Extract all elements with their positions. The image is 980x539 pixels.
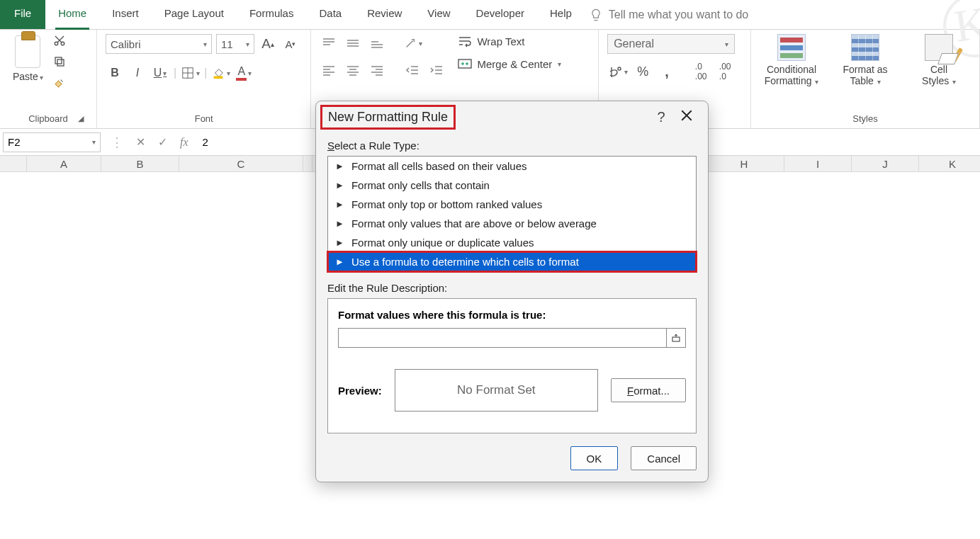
- name-box-value: F2: [8, 136, 21, 148]
- fill-color-button[interactable]: ▾: [211, 64, 230, 82]
- rule-type-item-selected[interactable]: ►Use a formula to determine which cells …: [328, 252, 696, 271]
- svg-rect-2: [57, 59, 64, 66]
- new-formatting-rule-dialog: New Formatting Rule ? Select a Rule Type…: [315, 101, 709, 482]
- paste-button[interactable]: Paste▾: [9, 34, 47, 84]
- align-center-icon[interactable]: [344, 61, 362, 79]
- rule-type-list[interactable]: ►Format all cells based on their values …: [327, 156, 697, 272]
- preview-box: No Format Set: [395, 369, 598, 412]
- italic-button[interactable]: I: [128, 64, 147, 82]
- rule-type-item[interactable]: ►Format only unique or duplicate values: [328, 233, 696, 252]
- col-header-I[interactable]: I: [784, 156, 852, 172]
- formula-input[interactable]: [338, 328, 666, 348]
- tab-view[interactable]: View: [415, 0, 463, 29]
- range-selector-icon: [671, 333, 681, 343]
- clipboard-group-label: Clipboard: [28, 113, 68, 124]
- format-button[interactable]: Format...: [611, 378, 686, 402]
- tab-file[interactable]: File: [0, 0, 45, 29]
- cell-styles-icon: [925, 34, 953, 61]
- select-all-triangle[interactable]: [0, 156, 27, 172]
- cond-l1: Conditional: [767, 64, 816, 75]
- enter-formula-icon[interactable]: ✓: [158, 135, 167, 149]
- clipboard-launcher-icon[interactable]: ◢: [78, 114, 84, 123]
- ok-button[interactable]: OK: [570, 446, 619, 470]
- rule-type-item[interactable]: ►Format only cells that contain: [328, 176, 696, 195]
- align-bottom-icon[interactable]: [368, 34, 386, 52]
- col-header-C[interactable]: C: [179, 156, 303, 172]
- align-top-icon[interactable]: [320, 34, 338, 52]
- collapse-dialog-button[interactable]: [666, 328, 686, 348]
- decrease-font-icon[interactable]: A▾: [281, 35, 300, 53]
- col-header-partial[interactable]: [303, 156, 312, 172]
- tab-formulas[interactable]: Formulas: [237, 0, 307, 29]
- paste-icon: [15, 35, 40, 68]
- col-header-K[interactable]: K: [919, 156, 980, 172]
- conditional-formatting-icon: [777, 34, 806, 61]
- font-size-combo[interactable]: 11▾: [216, 34, 254, 54]
- tab-insert[interactable]: Insert: [99, 0, 152, 29]
- edit-rule-description-label: Edit the Rule Description:: [327, 282, 697, 294]
- tab-developer[interactable]: Developer: [463, 0, 537, 29]
- borders-button[interactable]: ▾: [181, 64, 200, 82]
- col-header-J[interactable]: J: [852, 156, 919, 172]
- align-right-icon[interactable]: [368, 61, 386, 79]
- formula-value[interactable]: 2: [194, 136, 217, 148]
- tab-home[interactable]: Home: [45, 0, 99, 29]
- tab-data[interactable]: Data: [306, 0, 354, 29]
- lightbulb-icon: [589, 8, 603, 22]
- decrease-indent-icon[interactable]: [403, 61, 422, 79]
- bold-button[interactable]: B: [106, 64, 124, 82]
- format-as-table-icon: [851, 34, 879, 61]
- fx-icon[interactable]: fx: [180, 136, 188, 149]
- tell-me-search[interactable]: Tell me what you want to do: [589, 0, 748, 29]
- increase-indent-icon[interactable]: [427, 61, 446, 79]
- underline-button[interactable]: U▾: [151, 64, 169, 82]
- cut-icon[interactable]: [53, 34, 66, 50]
- col-header-H[interactable]: H: [704, 156, 784, 172]
- tab-review[interactable]: Review: [354, 0, 415, 29]
- close-icon: [680, 109, 693, 122]
- format-painter-icon[interactable]: [53, 76, 66, 92]
- font-group-label: Font: [195, 113, 213, 124]
- orientation-button[interactable]: ▾: [403, 34, 422, 52]
- cell-l1: Cell: [930, 64, 947, 75]
- number-format-value: General: [614, 38, 654, 50]
- copy-icon[interactable]: [53, 55, 66, 71]
- svg-point-6: [618, 67, 621, 70]
- font-name-value: Calibri: [111, 38, 141, 50]
- rule-type-item[interactable]: ►Format only top or bottom ranked values: [328, 195, 696, 214]
- fat-l1: Format as: [843, 64, 887, 75]
- increase-font-icon[interactable]: A▴: [259, 35, 277, 53]
- preview-label: Preview:: [338, 385, 382, 397]
- col-header-A[interactable]: A: [27, 156, 101, 172]
- increase-decimal-icon[interactable]: .0.00: [692, 62, 710, 81]
- accounting-format-icon[interactable]: ▾: [607, 62, 628, 81]
- font-color-button[interactable]: A▾: [235, 64, 253, 82]
- dialog-help-button[interactable]: ?: [648, 109, 674, 125]
- align-left-icon[interactable]: [320, 61, 338, 79]
- tell-me-label: Tell me what you want to do: [609, 8, 748, 21]
- number-format-combo[interactable]: General▾: [607, 34, 735, 54]
- paste-label: Paste: [13, 71, 38, 82]
- rule-type-item[interactable]: ►Format all cells based on their values: [328, 157, 696, 176]
- cond-l2: Formatting: [765, 75, 812, 86]
- conditional-formatting-button[interactable]: Conditional Formatting ▾: [760, 34, 823, 86]
- cancel-button[interactable]: Cancel: [631, 446, 697, 470]
- format-as-table-button[interactable]: Format as Table ▾: [833, 34, 897, 86]
- cancel-formula-icon[interactable]: ✕: [136, 135, 145, 149]
- comma-format-icon[interactable]: ,: [658, 62, 676, 81]
- cell-styles-button[interactable]: Cell Styles ▾: [907, 34, 971, 86]
- font-name-combo[interactable]: Calibri▾: [106, 34, 212, 54]
- dialog-close-button[interactable]: [674, 109, 699, 125]
- name-box[interactable]: F2▾: [3, 132, 101, 152]
- tab-page-layout[interactable]: Page Layout: [152, 0, 237, 29]
- percent-format-icon[interactable]: %: [633, 62, 652, 81]
- cell-l2: Styles: [922, 75, 949, 86]
- merge-icon: [457, 57, 473, 71]
- col-header-B[interactable]: B: [101, 156, 179, 172]
- merge-center-button[interactable]: Merge & Center▾: [457, 57, 561, 71]
- rule-type-item[interactable]: ►Format only values that are above or be…: [328, 214, 696, 233]
- decrease-decimal-icon[interactable]: .00.0: [716, 62, 734, 81]
- align-middle-icon[interactable]: [344, 34, 362, 52]
- wrap-text-button[interactable]: Wrap Text: [457, 34, 561, 48]
- tab-help[interactable]: Help: [537, 0, 585, 29]
